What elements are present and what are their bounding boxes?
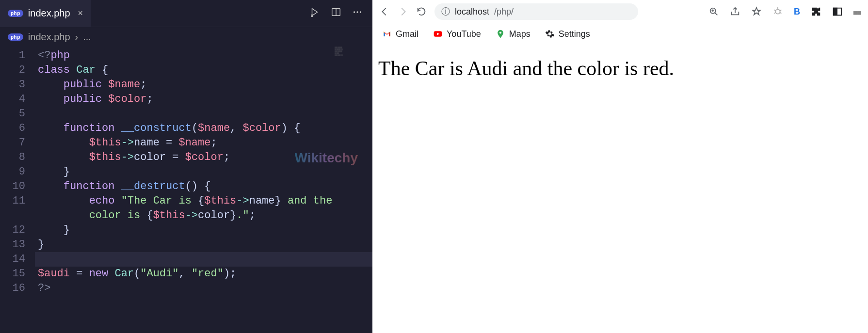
bookmark-label: Gmail: [396, 29, 418, 39]
bookmark-maps[interactable]: Maps: [496, 29, 530, 39]
editor-tabbar: php index.php ×: [0, 0, 372, 27]
vscode-editor: php index.php × php index.php › ... 1 2 …: [0, 0, 372, 333]
side-panel-icon[interactable]: [832, 6, 843, 17]
svg-point-3: [354, 11, 355, 13]
url-host: localhost: [455, 7, 489, 17]
svg-line-14: [774, 13, 776, 14]
line-number-gutter: 1 2 3 4 5 6 7 8 9 10 11 12 13 14 15 16: [0, 47, 35, 333]
svg-point-5: [360, 11, 361, 13]
chevron-right-icon: ›: [75, 32, 79, 43]
svg-line-12: [774, 10, 776, 11]
php-badge-icon: php: [8, 33, 23, 41]
extensions-puzzle-icon[interactable]: [811, 6, 821, 17]
youtube-icon: [433, 29, 443, 39]
zoom-icon[interactable]: [708, 6, 719, 17]
bookmark-gmail[interactable]: Gmail: [382, 29, 418, 39]
share-icon[interactable]: [730, 6, 740, 17]
browser-window: ⓘ localhost/php/ B ▅▅ Gmail YouTube: [372, 0, 868, 333]
site-info-icon[interactable]: ⓘ: [441, 6, 450, 17]
svg-line-7: [715, 13, 718, 16]
tab-title: index.php: [28, 8, 70, 19]
bookmark-label: Maps: [509, 29, 530, 39]
code-lines[interactable]: <?php class Car { public $name; public $…: [35, 47, 372, 333]
star-icon[interactable]: [751, 6, 762, 17]
svg-line-13: [780, 10, 782, 11]
php-output-text: The Car is Audi and the color is red.: [378, 56, 862, 80]
address-bar[interactable]: ⓘ localhost/php/: [434, 3, 638, 20]
debug-run-icon[interactable]: [309, 7, 320, 20]
bookmarks-bar: Gmail YouTube Maps Settings: [372, 23, 868, 45]
code-area[interactable]: 1 2 3 4 5 6 7 8 9 10 11 12 13 14 15 16 <…: [0, 47, 372, 333]
extension-b-icon[interactable]: B: [794, 7, 800, 17]
breadcrumb-file: index.php: [28, 32, 70, 43]
page-content: The Car is Audi and the color is red.: [372, 45, 868, 333]
svg-line-15: [780, 13, 782, 14]
brand-icon[interactable]: ▅▅: [853, 9, 861, 15]
bug-icon[interactable]: [772, 6, 783, 17]
svg-point-19: [499, 32, 501, 33]
forward-icon[interactable]: [398, 6, 408, 17]
url-path: /php/: [494, 7, 514, 17]
more-icon[interactable]: [352, 7, 363, 20]
php-badge-icon: php: [8, 10, 23, 17]
bookmark-settings[interactable]: Settings: [545, 29, 590, 39]
bookmark-label: YouTube: [447, 29, 481, 39]
bookmark-youtube[interactable]: YouTube: [433, 29, 481, 39]
bookmark-label: Settings: [559, 29, 590, 39]
editor-breadcrumb[interactable]: php index.php › ...: [0, 27, 372, 47]
close-icon[interactable]: ×: [78, 8, 83, 18]
editor-tab-indexphp[interactable]: php index.php ×: [0, 0, 91, 27]
breadcrumb-tail: ...: [83, 32, 91, 43]
svg-rect-17: [834, 8, 837, 16]
back-icon[interactable]: [379, 6, 390, 17]
svg-point-10: [775, 9, 780, 14]
reload-icon[interactable]: [416, 6, 427, 17]
svg-point-4: [356, 11, 358, 13]
gmail-icon: [382, 29, 392, 39]
maps-icon: [496, 29, 505, 39]
gear-icon: [545, 29, 555, 39]
tab-action-group: [309, 7, 372, 20]
split-editor-icon[interactable]: [331, 7, 341, 20]
browser-toolbar: ⓘ localhost/php/ B ▅▅: [372, 0, 868, 23]
